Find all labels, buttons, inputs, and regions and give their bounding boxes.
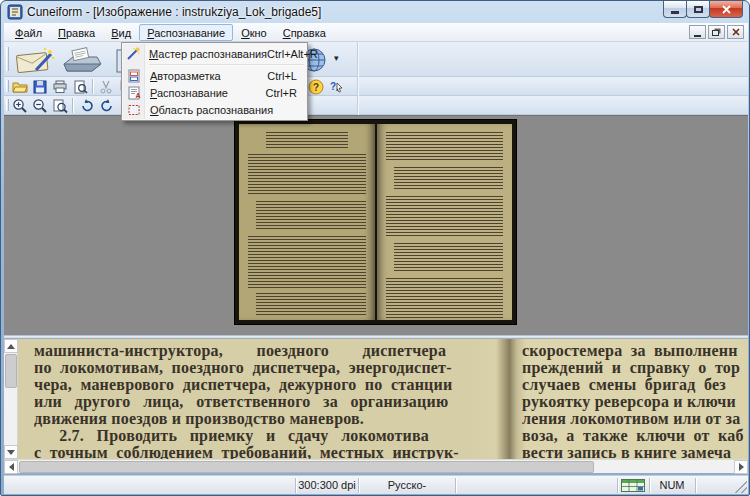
recognition-menu: Мастер распознавания Ctrl+Alt+R Авторазм…: [121, 42, 308, 121]
rotate-ccw-icon[interactable]: [78, 97, 95, 114]
arrow-down-icon: [7, 450, 15, 459]
menu-item-autolayout[interactable]: Авторазметка Ctrl+L: [123, 67, 306, 84]
zoomed-page-view[interactable]: машиниста-инструктора, поездного диспетч…: [18, 339, 748, 459]
zoom-text-line: скоростемера за выполненн: [522, 342, 748, 359]
zoom-text-line: воза, а также ключи от каб: [522, 427, 748, 444]
status-bar: 300:300 dpi Русско-Английский NUM: [4, 475, 748, 494]
svg-text:A: A: [135, 92, 140, 99]
toolbar-separator: [72, 98, 73, 113]
mdi-close-button[interactable]: [727, 25, 744, 39]
zoom-text-line: преждений и справку о тор: [522, 359, 748, 376]
mdi-child-controls: [689, 25, 744, 39]
svg-text:?: ?: [312, 82, 318, 93]
status-divider: [617, 478, 618, 493]
toolbar-edge: [357, 42, 358, 115]
zoom-text-line: 2.7. Проводить приемку и сдачу локомотив…: [34, 427, 496, 444]
zoom-text-line: вести запись в книге замеча: [522, 444, 748, 459]
menu-bar: Файл Правка Вид Распознавание Окно Справ…: [4, 23, 748, 42]
close-button[interactable]: [709, 1, 743, 18]
arrow-up-icon: [7, 340, 15, 349]
dropdown-arrow-icon[interactable]: ▾: [334, 53, 339, 63]
scanned-page-left: [239, 124, 375, 320]
scanned-document-image[interactable]: [234, 119, 517, 325]
status-num-lock: NUM: [651, 476, 693, 495]
scroll-left-button[interactable]: [4, 460, 18, 474]
status-divider: [649, 478, 650, 493]
menu-item-recognition-wizard[interactable]: Мастер распознавания Ctrl+Alt+R: [123, 45, 306, 62]
zoom-text-line: случаев смены бригад без: [522, 376, 748, 393]
menu-item-recognition-area[interactable]: Область распознавания: [123, 101, 306, 118]
main-toolbar: ▾: [4, 42, 748, 77]
menu-edit[interactable]: Правка: [50, 24, 103, 41]
print-preview-icon[interactable]: [71, 78, 88, 95]
zoom-text-line: по локомотивам, поездного диспетчера, эн…: [34, 359, 496, 376]
scan-text-block: [394, 243, 504, 273]
scroll-right-button[interactable]: [734, 460, 748, 474]
rotate-cw-icon[interactable]: [98, 97, 115, 114]
menu-file[interactable]: Файл: [7, 24, 50, 41]
toolbar-grip[interactable]: [6, 47, 9, 71]
menu-item-label: Мастер распознавания: [149, 48, 267, 60]
status-divider: [695, 478, 696, 493]
scroll-down-button[interactable]: [4, 445, 18, 459]
mdi-close-icon: [732, 28, 740, 36]
autolayout-icon: [126, 68, 141, 83]
context-help-icon[interactable]: ?: [327, 78, 344, 95]
zoom-left-column: машиниста-инструктора, поездного диспетч…: [34, 342, 496, 459]
scroll-up-button[interactable]: [4, 339, 18, 353]
standard-toolbar: ? ?: [4, 77, 748, 96]
menu-window[interactable]: Окно: [233, 24, 275, 41]
zoom-horizontal-scrollbar[interactable]: [4, 459, 748, 473]
horizontal-scroll-thumb[interactable]: [19, 461, 594, 473]
svg-text:?: ?: [329, 81, 335, 92]
zoom-text-line: чера, маневрового диспетчера, дежурного …: [34, 376, 496, 393]
zoom-out-icon[interactable]: [31, 97, 48, 114]
print-icon[interactable]: [51, 78, 68, 95]
cut-icon[interactable]: [97, 78, 114, 95]
vertical-scroll-thumb[interactable]: [5, 354, 17, 388]
menu-item-recognize[interactable]: A Распознавание Ctrl+R: [123, 84, 306, 101]
scan-text-block: [256, 201, 366, 231]
recognition-area-icon: [126, 102, 141, 117]
document-view: [4, 115, 748, 335]
wizard-3d-icon[interactable]: [11, 44, 57, 75]
save-icon[interactable]: [31, 78, 48, 95]
menu-recognition[interactable]: Распознавание: [139, 24, 233, 41]
mdi-restore-button[interactable]: [708, 25, 725, 39]
zoom-vertical-scrollbar[interactable]: [4, 339, 18, 459]
window-controls: [664, 1, 743, 18]
application-window: Cuneiform - [Изображение : instrukziya_L…: [0, 0, 750, 496]
menu-help[interactable]: Справка: [275, 24, 334, 41]
menu-item-shortcut: Ctrl+L: [267, 70, 297, 82]
toolbar-grip[interactable]: [6, 80, 9, 93]
minimize-icon: [671, 11, 679, 14]
mdi-minimize-icon: [694, 35, 701, 37]
status-language: Русско-Английский: [360, 476, 454, 495]
close-icon: [722, 5, 731, 14]
toolbar-grip[interactable]: [6, 99, 9, 112]
scan-text-block: [248, 154, 366, 196]
scanner-3d-icon[interactable]: [59, 44, 105, 75]
scan-text-block: [266, 132, 348, 148]
menu-separator: [149, 64, 304, 65]
wizard-icon: [126, 46, 140, 61]
menu-item-label: Авторазметка: [150, 70, 221, 82]
zoom-page-icon[interactable]: [51, 97, 68, 114]
view-toolbar: [4, 96, 748, 115]
mdi-restore-icon: [712, 30, 719, 36]
recognize-icon: A: [126, 85, 141, 100]
minimize-button[interactable]: [663, 1, 687, 18]
maximize-button[interactable]: [686, 1, 710, 18]
window-title: Cuneiform - [Изображение : instrukziya_L…: [27, 1, 321, 23]
zoom-text-line: движения поездов и производство маневров…: [34, 410, 496, 427]
open-folder-icon[interactable]: [11, 78, 28, 95]
mdi-minimize-button[interactable]: [689, 25, 706, 39]
menu-view[interactable]: Вид: [103, 24, 139, 41]
zoom-pane: машиниста-инструктора, поездного диспетч…: [4, 339, 748, 459]
zoom-in-icon[interactable]: [11, 97, 28, 114]
resize-grip[interactable]: [734, 480, 747, 493]
scan-text-block: [386, 132, 504, 162]
menu-item-label: Распознавание: [150, 87, 228, 99]
scan-text-block: [394, 167, 504, 191]
help-icon[interactable]: ?: [307, 78, 324, 95]
